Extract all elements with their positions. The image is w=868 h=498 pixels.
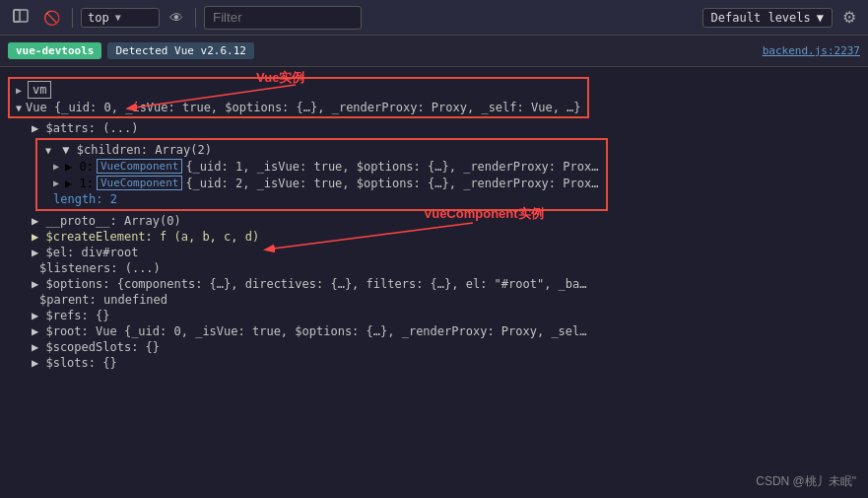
proto-row: ▶ __proto__: Array(0) xyxy=(0,213,868,229)
toolbar: 🚫 top ▼ 👁 Default levels ▼ ⚙ xyxy=(0,0,868,36)
watermark: CSDN @桃丿未眠" xyxy=(756,473,856,490)
vm-box: vm xyxy=(28,81,51,99)
children-label: ▼ $children: Array(2) xyxy=(62,143,212,157)
vue-obj-text: Vue {_uid: 0, _isVue: true, $options: {…… xyxy=(26,101,581,114)
dropdown-arrow-icon: ▼ xyxy=(115,12,121,23)
root-row: ▶ $root: Vue {_uid: 0, _isVue: true, $op… xyxy=(0,323,868,339)
scoped-slots-text: ▶ $scopedSlots: {} xyxy=(32,340,160,354)
vue-component-tag-1: VueComponent xyxy=(97,176,182,190)
child-1-arrow[interactable]: ▶ xyxy=(53,178,65,188)
settings-button[interactable]: ⚙ xyxy=(838,6,860,29)
length-text: length: 2 xyxy=(53,192,117,206)
context-selector[interactable]: top ▼ xyxy=(81,8,160,28)
context-label: top xyxy=(88,11,109,25)
vue-expand-arrow[interactable]: ▼ xyxy=(16,103,22,113)
options-row: ▶ $options: {components: {…}, directives… xyxy=(0,276,868,292)
vue-devtools-badge: vue-devtools xyxy=(8,42,101,59)
child-0-arrow[interactable]: ▶ xyxy=(53,161,65,172)
child-0-row: ▶ ▶ 0: VueComponent {_uid: 1, _isVue: tr… xyxy=(41,158,602,175)
levels-arrow-icon: ▼ xyxy=(817,11,824,25)
children-expand[interactable]: ▼ xyxy=(45,145,51,156)
filter-input[interactable] xyxy=(204,6,362,30)
svg-rect-1 xyxy=(14,10,28,22)
listeners-text: $listeners: (...) xyxy=(39,261,161,275)
divider2 xyxy=(195,8,196,28)
child-1-rest: {_uid: 2, _isVue: true, $options: {…}, _… xyxy=(185,177,598,190)
content-area: Vue实例 VueComponent实例 ▶ vm ▼ Vue {_uid: 0… xyxy=(0,67,868,498)
proto-text: ▶ __proto__: Array(0) xyxy=(32,214,181,228)
slots-text: ▶ $slots: {} xyxy=(32,356,117,370)
vm-row: ▶ vm xyxy=(16,81,581,99)
options-text: ▶ $options: {components: {…}, directives… xyxy=(32,277,587,291)
slots-row: ▶ $slots: {} xyxy=(0,355,868,371)
divider xyxy=(72,8,73,28)
subtoolbar: vue-devtools Detected Vue v2.6.12 backen… xyxy=(0,36,868,67)
children-header-row: ▼ ▼ $children: Array(2) xyxy=(41,142,602,158)
attrs-row: ▶ $attrs: (...) xyxy=(0,120,868,136)
el-text: ▶ $el: div#root xyxy=(32,246,138,259)
sidebar-toggle-icon[interactable] xyxy=(8,5,33,30)
el-row: ▶ $el: div#root xyxy=(0,245,868,260)
no-entry-icon[interactable]: 🚫 xyxy=(39,8,64,28)
child-0-rest: {_uid: 1, _isVue: true, $options: {…}, _… xyxy=(185,160,598,174)
default-levels-dropdown[interactable]: Default levels ▼ xyxy=(702,8,833,28)
attrs-text: ▶ $attrs: (...) xyxy=(32,121,138,135)
backend-link[interactable]: backend.js:2237 xyxy=(763,44,860,57)
parent-row: $parent: undefined xyxy=(0,292,868,308)
default-levels-label: Default levels xyxy=(711,11,811,25)
detected-badge: Detected Vue v2.6.12 xyxy=(107,42,253,59)
refs-text: ▶ $refs: {} xyxy=(32,309,109,322)
vue-component-tag-0: VueComponent xyxy=(97,159,182,174)
vue-obj-row: ▼ Vue {_uid: 0, _isVue: true, $options: … xyxy=(16,101,581,114)
child-1-row: ▶ ▶ 1: VueComponent {_uid: 2, _isVue: tr… xyxy=(41,175,602,191)
refs-row: ▶ $refs: {} xyxy=(0,308,868,323)
length-row: length: 2 xyxy=(41,191,602,207)
scoped-slots-row: ▶ $scopedSlots: {} xyxy=(0,339,868,355)
vm-expand-arrow[interactable]: ▶ xyxy=(16,85,28,96)
create-element-row: ▶ $createElement: f (a, b, c, d) xyxy=(0,229,868,245)
create-element-text: ▶ $createElement: f (a, b, c, d) xyxy=(32,230,259,244)
child-1-index: ▶ 1: xyxy=(65,177,94,190)
listeners-row: $listeners: (...) xyxy=(0,260,868,276)
svg-rect-0 xyxy=(14,10,20,22)
root-text: ▶ $root: Vue {_uid: 0, _isVue: true, $op… xyxy=(32,324,587,338)
child-0-index: ▶ 0: xyxy=(65,160,94,174)
eye-icon[interactable]: 👁 xyxy=(166,8,187,28)
parent-text: $parent: undefined xyxy=(39,293,167,307)
